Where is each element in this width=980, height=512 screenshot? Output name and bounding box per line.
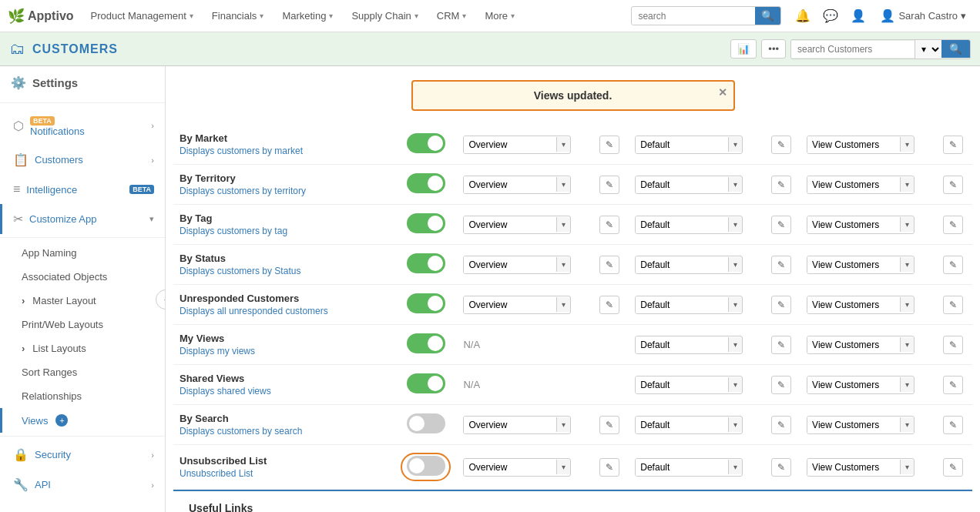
nav-marketing[interactable]: Marketing ▾ (274, 0, 341, 32)
views-add-icon[interactable]: + (55, 414, 68, 427)
toggle-switch[interactable] (407, 213, 445, 233)
default-dropdown[interactable]: Default (636, 417, 728, 433)
action-select[interactable]: View Customers ▾ (807, 176, 915, 194)
default-dropdown[interactable]: Default (636, 336, 728, 353)
view-edit-button[interactable]: ✎ (599, 416, 619, 434)
view-type-select[interactable]: Overview ▾ (463, 416, 571, 434)
customers-search-button[interactable]: 🔍 (941, 40, 970, 58)
view-type-dropdown[interactable]: Overview (464, 176, 556, 193)
view-edit-button[interactable]: ✎ (599, 296, 619, 314)
close-notification-button[interactable]: ✕ (718, 86, 727, 99)
customers-search-type[interactable]: ▾ (915, 40, 941, 59)
action-select[interactable]: View Customers ▾ (807, 376, 915, 394)
action-edit-button[interactable]: ✎ (943, 136, 963, 154)
action-edit-button[interactable]: ✎ (943, 176, 963, 194)
view-type-dropdown[interactable]: Overview (464, 216, 556, 233)
default-edit-button[interactable]: ✎ (771, 216, 791, 234)
sidebar-item-api[interactable]: 🔧 API › (0, 470, 165, 500)
view-edit-button[interactable]: ✎ (599, 176, 619, 194)
default-select[interactable]: Default ▾ (635, 296, 743, 314)
bar-chart-button[interactable]: 📊 (730, 39, 757, 59)
action-select[interactable]: View Customers ▾ (807, 256, 915, 274)
default-select[interactable]: Default ▾ (635, 136, 743, 154)
toggle-switch[interactable] (407, 333, 445, 353)
sidebar-item-intelligence[interactable]: ≡ Intelligence BETA (0, 175, 165, 204)
sub-menu-relationships[interactable]: Relationships (0, 384, 165, 408)
view-edit-button[interactable]: ✎ (599, 216, 619, 234)
sub-menu-views[interactable]: Views + (0, 408, 165, 433)
default-select[interactable]: Default ▾ (635, 376, 743, 394)
action-dropdown[interactable]: View Customers (807, 296, 900, 313)
nav-supply-chain[interactable]: Supply Chain ▾ (344, 0, 425, 32)
view-type-select[interactable]: Overview ▾ (463, 296, 571, 314)
sidebar-item-beta-notifications[interactable]: ⬡ BETA Notifications › (0, 106, 165, 145)
sub-menu-sort-ranges[interactable]: Sort Ranges (0, 360, 165, 384)
chat-icon[interactable]: 💬 (823, 8, 838, 23)
nav-more[interactable]: More ▾ (477, 0, 522, 32)
action-dropdown[interactable]: View Customers (807, 459, 900, 476)
action-dropdown[interactable]: View Customers (807, 336, 900, 353)
action-select[interactable]: View Customers ▾ (807, 136, 915, 154)
default-select[interactable]: Default ▾ (635, 336, 743, 354)
view-type-select[interactable]: Overview ▾ (463, 216, 571, 234)
action-select[interactable]: View Customers ▾ (807, 416, 915, 434)
view-type-dropdown[interactable]: Overview (464, 459, 556, 476)
default-dropdown[interactable]: Default (636, 136, 728, 153)
view-edit-button[interactable]: ✎ (599, 136, 619, 154)
toggle-switch[interactable] (407, 456, 445, 476)
top-search-input[interactable] (632, 8, 755, 25)
action-select[interactable]: View Customers ▾ (807, 458, 915, 477)
view-edit-button[interactable]: ✎ (599, 458, 619, 477)
toggle-switch[interactable] (407, 373, 445, 393)
sub-menu-app-naming[interactable]: App Naming (0, 241, 165, 265)
action-select[interactable]: View Customers ▾ (807, 296, 915, 314)
toggle-switch[interactable] (407, 253, 445, 273)
default-edit-button[interactable]: ✎ (771, 256, 791, 274)
sub-menu-print-web[interactable]: Print/Web Layouts (0, 313, 165, 336)
toggle-switch[interactable] (407, 293, 445, 313)
top-search-button[interactable]: 🔍 (755, 7, 780, 25)
action-edit-button[interactable]: ✎ (943, 296, 963, 314)
nav-financials[interactable]: Financials ▾ (204, 0, 272, 32)
default-edit-button[interactable]: ✎ (771, 376, 791, 394)
toggle-switch[interactable] (407, 413, 445, 433)
default-edit-button[interactable]: ✎ (771, 336, 791, 354)
action-select[interactable]: View Customers ▾ (807, 216, 915, 234)
customers-search-input[interactable] (791, 41, 915, 58)
view-type-dropdown[interactable]: Overview (464, 256, 556, 273)
action-dropdown[interactable]: View Customers (807, 256, 900, 273)
default-edit-button[interactable]: ✎ (771, 416, 791, 434)
default-edit-button[interactable]: ✎ (771, 296, 791, 314)
user-menu[interactable]: 👤 Sarah Castro ▾ (874, 8, 972, 23)
user-icon[interactable]: 👤 (851, 8, 866, 23)
default-select[interactable]: Default ▾ (635, 416, 743, 434)
view-edit-button[interactable]: ✎ (599, 256, 619, 274)
action-dropdown[interactable]: View Customers (807, 216, 900, 233)
default-select[interactable]: Default ▾ (635, 458, 743, 477)
view-type-select[interactable]: Overview ▾ (463, 458, 571, 477)
sub-menu-master-layout[interactable]: › Master Layout (0, 289, 165, 313)
action-edit-button[interactable]: ✎ (943, 416, 963, 434)
sidebar-item-customers[interactable]: 📋 Customers › (0, 145, 165, 175)
sidebar-item-security[interactable]: 🔒 Security › (0, 440, 165, 470)
view-type-dropdown[interactable]: Overview (464, 296, 556, 313)
view-type-dropdown[interactable]: Overview (464, 136, 556, 153)
toggle-switch[interactable] (407, 133, 445, 153)
view-type-dropdown[interactable]: Overview (464, 417, 556, 433)
toggle-switch[interactable] (407, 173, 445, 193)
default-select[interactable]: Default ▾ (635, 256, 743, 274)
sub-menu-associated-objects[interactable]: Associated Objects (0, 265, 165, 289)
default-edit-button[interactable]: ✎ (771, 458, 791, 477)
action-edit-button[interactable]: ✎ (943, 216, 963, 234)
default-dropdown[interactable]: Default (636, 296, 728, 313)
nav-product-management[interactable]: Product Management ▾ (83, 0, 201, 32)
default-edit-button[interactable]: ✎ (771, 176, 791, 194)
top-search[interactable]: 🔍 (631, 6, 781, 25)
sidebar-item-customize-app[interactable]: ✂ Customize App ▾ (0, 204, 165, 234)
action-dropdown[interactable]: View Customers (807, 176, 900, 193)
default-select[interactable]: Default ▾ (635, 176, 743, 194)
default-edit-button[interactable]: ✎ (771, 136, 791, 154)
default-select[interactable]: Default ▾ (635, 216, 743, 234)
default-dropdown[interactable]: Default (636, 459, 728, 476)
action-dropdown[interactable]: View Customers (807, 417, 900, 433)
